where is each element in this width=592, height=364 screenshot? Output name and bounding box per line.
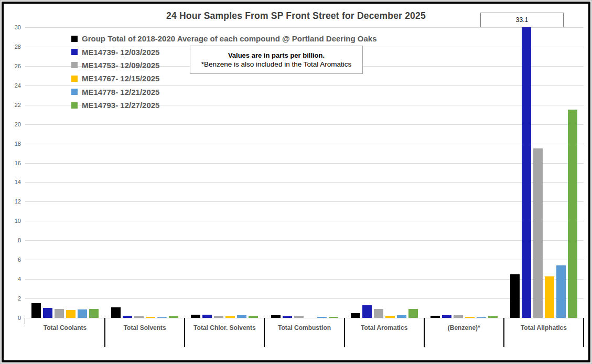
- bar-group-cat1: [111, 307, 121, 318]
- bar-me14778--cat0: [78, 309, 87, 318]
- bar-me14767--cat0: [66, 310, 76, 318]
- bar-me14767--cat6: [545, 276, 554, 318]
- chart-canvas: 24 Hour Samples From SP Front Street for…: [0, 0, 592, 364]
- bar-me14793--cat1: [169, 316, 178, 318]
- bar-me14753--cat3: [294, 316, 304, 318]
- data-label-box: 33.1: [480, 13, 564, 27]
- bar-me14739--cat1: [123, 316, 132, 318]
- bar-me14767--cat1: [146, 317, 155, 318]
- bar-me14793--cat5: [488, 316, 498, 318]
- bar-me14739--cat2: [202, 315, 212, 318]
- bar-me14767--cat4: [385, 316, 395, 318]
- bar-group-cat2: [191, 315, 200, 318]
- note-line-2: *Benzene is also included in the Total A…: [190, 60, 362, 68]
- bar-me14778--cat3: [317, 317, 327, 318]
- bar-me14739--cat5: [442, 315, 451, 318]
- bar-me14753--cat1: [134, 316, 144, 318]
- bar-group-cat3: [271, 315, 281, 318]
- bar-me14767--cat5: [465, 317, 475, 318]
- bar-me14793--cat4: [408, 309, 418, 318]
- bar-group-cat5: [430, 316, 440, 318]
- bar-me14793--cat6: [568, 110, 577, 318]
- bar-me14778--cat6: [556, 265, 566, 318]
- bar-me14778--cat4: [397, 315, 406, 318]
- bar-me14753--cat6: [533, 148, 543, 318]
- note-line-1: Values are in parts per billion.: [190, 51, 362, 59]
- bar-me14793--cat2: [249, 316, 258, 318]
- bar-me14739--cat3: [283, 316, 292, 318]
- bar-me14753--cat5: [454, 315, 463, 318]
- bar-me14793--cat3: [329, 317, 338, 318]
- note-box: Values are in parts per billion. *Benzen…: [190, 46, 363, 74]
- data-label-value: 33.1: [516, 16, 528, 24]
- bar-me14739--cat6: [522, 27, 531, 318]
- bar-me14753--cat2: [214, 316, 223, 318]
- bar-me14739--cat0: [43, 308, 52, 318]
- bar-group-cat4: [351, 313, 360, 318]
- bar-me14778--cat2: [237, 315, 246, 318]
- bar-me14778--cat1: [157, 317, 167, 318]
- bar-me14767--cat2: [225, 316, 235, 318]
- bar-me14793--cat0: [89, 309, 99, 318]
- bar-group-cat6: [510, 274, 520, 318]
- bar-me14778--cat5: [477, 317, 486, 318]
- bar-group-cat0: [31, 303, 41, 318]
- bar-me14753--cat0: [55, 309, 64, 318]
- bar-me14739--cat4: [362, 305, 372, 318]
- bar-me14753--cat4: [374, 309, 383, 318]
